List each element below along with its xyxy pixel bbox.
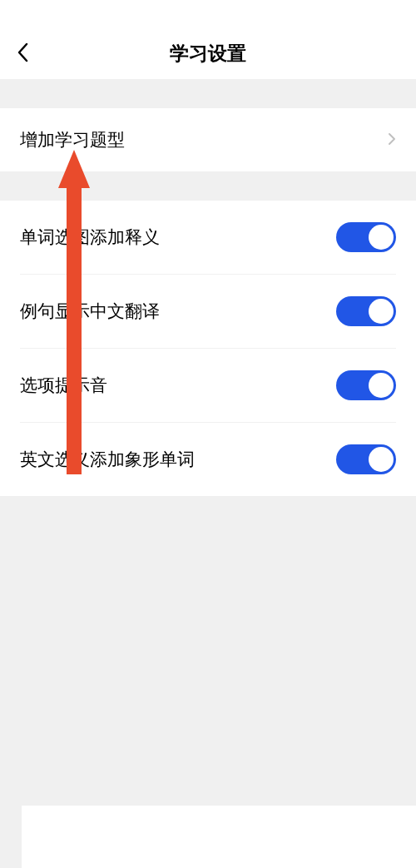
toggle-switch-example-chinese-translation[interactable]	[336, 296, 396, 326]
toggle-row-option-sound: 选项提示音	[20, 349, 396, 423]
section-gap	[0, 79, 416, 108]
toggle-switch-word-image-definition[interactable]	[336, 222, 396, 252]
add-question-types-row[interactable]: 增加学习题型	[0, 108, 416, 171]
section-gap	[0, 171, 416, 201]
toggle-knob	[369, 299, 394, 324]
toggle-knob	[369, 225, 394, 250]
toggle-row-example-chinese-translation: 例句显示中文翻译	[20, 275, 396, 349]
bottom-right-panel	[22, 806, 416, 868]
back-icon[interactable]	[17, 42, 28, 67]
toggle-row-word-image-definition: 单词选图添加释义	[20, 201, 396, 275]
toggle-switch-option-sound[interactable]	[336, 370, 396, 400]
toggle-knob	[369, 373, 394, 398]
toggle-knob	[369, 447, 394, 472]
toggle-label: 选项提示音	[20, 374, 107, 397]
bottom-area	[0, 806, 416, 868]
toggle-switch-english-pictograph-word[interactable]	[336, 444, 396, 474]
bottom-left-strip	[0, 806, 22, 868]
page-title: 学习设置	[0, 41, 416, 67]
toggle-label: 例句显示中文翻译	[20, 300, 160, 323]
toggle-label: 单词选图添加释义	[20, 226, 160, 249]
toggle-row-english-pictograph-word: 英文选义添加象形单词	[20, 423, 396, 496]
chevron-right-icon	[388, 132, 396, 148]
add-question-types-label: 增加学习题型	[20, 128, 125, 151]
header: 学习设置	[0, 0, 416, 79]
toggle-label: 英文选义添加象形单词	[20, 448, 195, 471]
toggle-section: 单词选图添加释义 例句显示中文翻译 选项提示音 英文选义添加象形单词	[0, 201, 416, 496]
